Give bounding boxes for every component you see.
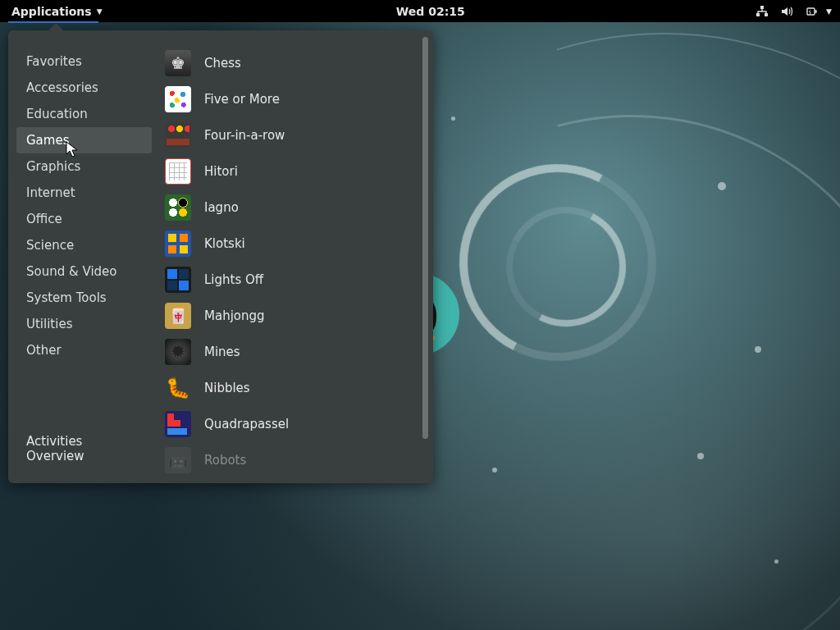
app-launcher[interactable]: Nibbles <box>160 370 427 406</box>
scrollbar[interactable] <box>422 37 428 439</box>
app-label: Hitori <box>204 164 238 179</box>
app-launcher[interactable]: Iagno <box>160 189 427 226</box>
iagno-icon <box>165 194 191 221</box>
system-tray[interactable]: ▼ <box>756 5 832 18</box>
robots-icon <box>165 447 191 473</box>
category-label: Education <box>26 107 88 121</box>
category-label: Other <box>26 343 62 358</box>
category-label: Sound & Video <box>26 264 117 279</box>
category-item[interactable]: Office <box>16 206 152 232</box>
mahjongg-icon <box>165 303 191 329</box>
category-label: Internet <box>26 185 75 200</box>
app-launcher[interactable]: Hitori <box>160 153 427 189</box>
app-launcher[interactable]: Five or More <box>160 81 427 117</box>
five-icon <box>165 86 191 112</box>
svg-rect-0 <box>760 6 764 9</box>
category-item[interactable]: Favorites <box>16 48 152 75</box>
app-launcher[interactable]: Four-in-a-row <box>160 117 427 153</box>
category-item[interactable]: Utilities <box>16 311 152 337</box>
app-label: Mahjongg <box>204 308 265 323</box>
applications-button[interactable]: Applications ▼ <box>8 0 106 22</box>
app-launcher[interactable]: Lights Off <box>160 262 427 298</box>
app-launcher[interactable]: Robots <box>160 442 427 478</box>
chess-icon <box>165 50 191 76</box>
applications-label: Applications <box>11 5 92 18</box>
category-label: Graphics <box>26 159 80 174</box>
activities-overview-link[interactable]: Activities Overview <box>16 427 152 470</box>
activities-overview-label: Activities Overview <box>26 434 84 463</box>
app-label: Nibbles <box>204 381 250 395</box>
app-label: Lights Off <box>204 272 263 287</box>
svg-rect-3 <box>807 8 815 15</box>
app-label: Quadrapassel <box>204 417 289 431</box>
app-launcher[interactable]: Quadrapassel <box>160 406 427 442</box>
app-launcher[interactable]: Klotski <box>160 226 427 262</box>
category-label: Accessories <box>26 80 98 95</box>
power-icon[interactable] <box>805 5 818 18</box>
category-list: FavoritesAccessoriesEducationGamesGraphi… <box>8 30 160 483</box>
category-item[interactable]: Science <box>16 232 152 258</box>
app-label: Iagno <box>204 200 239 215</box>
category-item[interactable]: Accessories <box>16 75 152 101</box>
application-list-pane: ChessFive or MoreFour-in-a-rowHitoriIagn… <box>160 30 433 483</box>
category-label: Science <box>26 238 74 253</box>
category-item[interactable]: Graphics <box>16 153 152 180</box>
hitori-icon <box>165 158 191 185</box>
triangle-down-icon: ▼ <box>97 7 103 16</box>
category-label: Games <box>26 133 69 148</box>
category-label: Favorites <box>26 54 82 69</box>
volume-icon[interactable] <box>780 5 793 18</box>
applications-menu: FavoritesAccessoriesEducationGamesGraphi… <box>8 30 433 483</box>
app-launcher[interactable]: Chess <box>160 45 427 81</box>
category-item[interactable]: Games <box>16 127 152 153</box>
svg-rect-2 <box>765 13 768 16</box>
four-icon <box>165 122 191 148</box>
app-launcher[interactable]: Mahjongg <box>160 298 427 334</box>
category-label: Utilities <box>26 317 72 331</box>
quadra-icon <box>165 411 191 437</box>
app-label: Five or More <box>204 92 280 107</box>
menu-arrow <box>48 23 64 31</box>
app-label: Robots <box>204 453 246 468</box>
app-label: Chess <box>204 56 241 71</box>
mines-icon <box>165 339 191 365</box>
klotski-icon <box>165 231 191 257</box>
app-label: Klotski <box>204 236 245 251</box>
app-launcher[interactable]: Mines <box>160 334 427 370</box>
category-item[interactable]: Education <box>16 101 152 127</box>
app-label: Mines <box>204 345 240 359</box>
category-item[interactable]: Sound & Video <box>16 258 152 285</box>
lights-icon <box>165 267 191 293</box>
category-item[interactable]: Other <box>16 337 152 363</box>
triangle-down-icon[interactable]: ▼ <box>826 7 832 16</box>
category-item[interactable]: Internet <box>16 180 152 206</box>
panel-clock[interactable]: Wed 02:15 <box>396 5 465 18</box>
network-icon[interactable] <box>756 5 769 18</box>
nibbles-icon <box>165 375 191 401</box>
app-label: Four-in-a-row <box>204 128 285 143</box>
svg-rect-1 <box>756 13 760 16</box>
category-item[interactable]: System Tools <box>16 285 152 311</box>
category-label: Office <box>26 212 62 226</box>
category-label: System Tools <box>26 290 107 305</box>
top-panel: Applications ▼ Wed 02:15 ▼ <box>0 0 840 22</box>
